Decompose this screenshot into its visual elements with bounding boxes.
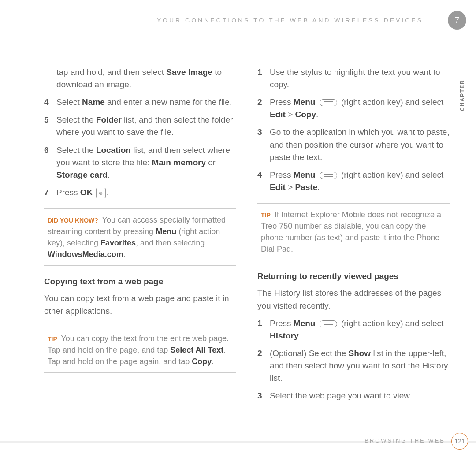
text: Select the web page you want to view. bbox=[270, 391, 412, 400]
bold: Select All Text bbox=[170, 346, 223, 354]
text: Select the bbox=[56, 115, 96, 124]
step-number: 6 bbox=[44, 144, 56, 181]
page-content: tap and hold, and then select Save Image… bbox=[44, 66, 450, 407]
bold: Paste bbox=[295, 182, 318, 192]
step: 2Press Menu (right action key) and selec… bbox=[257, 96, 450, 121]
paragraph: You can copy text from a web page and pa… bbox=[44, 292, 236, 317]
right-column: 1Use the stylus to highlight the text yo… bbox=[257, 66, 450, 407]
step-number: 2 bbox=[257, 347, 270, 384]
bold: Name bbox=[82, 97, 105, 107]
step-number: 1 bbox=[257, 317, 270, 342]
text: Go to the application in which you want … bbox=[270, 127, 450, 161]
bold: Main memory bbox=[152, 158, 206, 167]
text: . bbox=[123, 250, 126, 259]
step: 5Select the Folder list, and then select… bbox=[44, 114, 236, 138]
callout-text: If Internet Explorer Mobile does not rec… bbox=[261, 210, 441, 253]
bold: Edit bbox=[270, 110, 286, 119]
step-text: (Optional) Select the Show list in the u… bbox=[270, 347, 450, 384]
bold: Menu bbox=[294, 97, 316, 107]
footer-section: BROWSING THE WEB bbox=[364, 437, 445, 444]
step: 6Select the Location list, and then sele… bbox=[44, 144, 236, 181]
ok-key-icon: ⊛ bbox=[96, 188, 106, 198]
text: . bbox=[108, 170, 110, 179]
bold: Location bbox=[96, 145, 131, 155]
text: Press bbox=[56, 188, 80, 197]
chapter-label: CHAPTER bbox=[459, 79, 465, 111]
text: (right action key) and select bbox=[339, 319, 444, 328]
bold: History bbox=[270, 331, 298, 340]
step-text: Select Name and enter a new name for the… bbox=[56, 96, 236, 108]
bold: Copy bbox=[295, 110, 316, 119]
step: 3Select the web page you want to view. bbox=[257, 390, 450, 402]
step-number: 5 bbox=[44, 114, 56, 138]
paragraph: The History list stores the addresses of… bbox=[257, 287, 450, 312]
text: (Optional) Select the bbox=[270, 349, 348, 358]
text: , and then selecting bbox=[136, 238, 205, 247]
step: 4Select Name and enter a new name for th… bbox=[44, 96, 236, 108]
did-you-know-callout: DID YOU KNOW? You can access specially f… bbox=[44, 208, 236, 266]
step-text: Press Menu (right action key) and select… bbox=[270, 317, 450, 342]
text: > bbox=[286, 182, 295, 192]
page-number: 121 bbox=[451, 433, 468, 450]
section-heading-copying: Copying text from a web page bbox=[44, 275, 236, 288]
continuation-text: tap and hold, and then select Save Image… bbox=[44, 66, 236, 91]
running-header: YOUR CONNECTIONS TO THE WEB AND WIRELESS… bbox=[44, 17, 450, 24]
text: Press bbox=[270, 319, 294, 328]
step-text: Press Menu (right action key) and select… bbox=[270, 169, 450, 193]
bold: Copy bbox=[192, 357, 212, 366]
text: > bbox=[286, 110, 295, 119]
text: or bbox=[206, 158, 216, 167]
menu-key-icon bbox=[320, 99, 337, 106]
menu-key-icon bbox=[320, 320, 337, 327]
text bbox=[315, 319, 317, 328]
step-text: Press OK ⊛. bbox=[56, 186, 236, 199]
step-text: Select the web page you want to view. bbox=[270, 390, 450, 402]
text bbox=[315, 170, 317, 179]
tip-callout: TIP You can copy the text from the entir… bbox=[44, 327, 236, 373]
step-number: 4 bbox=[257, 169, 270, 193]
step-text: Select the Location list, and then selec… bbox=[56, 144, 236, 181]
text: tap and hold, and then select bbox=[56, 67, 166, 77]
callout-label: TIP bbox=[261, 212, 271, 219]
step: 2(Optional) Select the Show list in the … bbox=[257, 347, 450, 384]
bold: Storage card bbox=[56, 170, 108, 179]
step-text: Use the stylus to highlight the text you… bbox=[270, 66, 450, 91]
step: 1Use the stylus to highlight the text yo… bbox=[257, 66, 450, 91]
step-number: 1 bbox=[257, 66, 270, 91]
text: Use the stylus to highlight the text you… bbox=[270, 67, 440, 89]
menu-key-icon bbox=[320, 172, 337, 179]
text: and enter a new name for the file. bbox=[105, 97, 232, 107]
bold: Menu bbox=[294, 170, 316, 179]
step: 7Press OK ⊛. bbox=[44, 186, 236, 199]
text: (right action key) and select bbox=[339, 170, 444, 179]
tip-callout: TIP If Internet Explorer Mobile does not… bbox=[257, 203, 450, 260]
text: Select bbox=[56, 97, 82, 107]
chapter-number-badge: 7 bbox=[448, 11, 466, 30]
step-text: Press Menu (right action key) and select… bbox=[270, 96, 450, 121]
step-number: 7 bbox=[44, 186, 56, 199]
bold: Folder bbox=[96, 115, 122, 124]
text: . bbox=[212, 357, 214, 366]
left-column: tap and hold, and then select Save Image… bbox=[44, 66, 236, 407]
bold: OK bbox=[80, 188, 93, 197]
text: . bbox=[298, 331, 301, 340]
step-number: 2 bbox=[257, 96, 270, 121]
step-number: 4 bbox=[44, 96, 56, 108]
callout-label: DID YOU KNOW? bbox=[48, 217, 98, 224]
step: 1Press Menu (right action key) and selec… bbox=[257, 317, 450, 342]
text bbox=[93, 188, 95, 197]
text: (right action key) and select bbox=[339, 97, 444, 107]
bold: Edit bbox=[270, 182, 286, 192]
text bbox=[315, 97, 317, 107]
bold: Show bbox=[348, 349, 371, 358]
text: . bbox=[316, 110, 318, 119]
bold: Save Image bbox=[166, 67, 212, 77]
text: Select the bbox=[56, 145, 96, 155]
section-heading-returning: Returning to recently viewed pages bbox=[257, 270, 450, 283]
text: Press bbox=[270, 170, 294, 179]
bold: Menu bbox=[156, 227, 176, 236]
step: 3Go to the application in which you want… bbox=[257, 126, 450, 163]
callout-label: TIP bbox=[48, 335, 57, 342]
page-footer: BROWSING THE WEB 121 bbox=[0, 441, 476, 463]
text: Press bbox=[270, 97, 294, 107]
